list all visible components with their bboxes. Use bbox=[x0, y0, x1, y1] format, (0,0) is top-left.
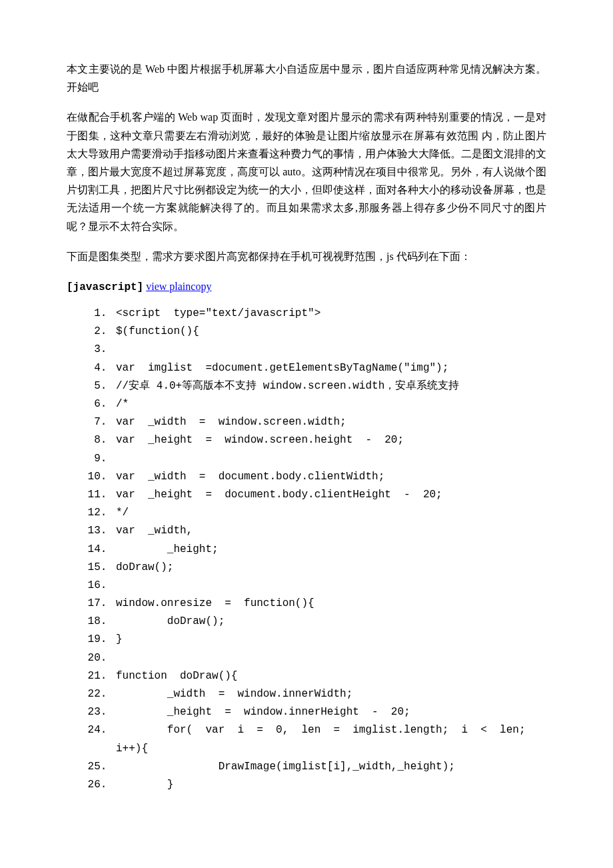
code-line: var _width = window.screen.width; bbox=[113, 413, 546, 431]
view-plain-link[interactable]: view plain bbox=[146, 281, 191, 292]
code-line: function doDraw(){ bbox=[113, 667, 546, 685]
lead-paragraph: 下面是图集类型，需求方要求图片高宽都保持在手机可视视野范围，js 代码列在下面： bbox=[67, 247, 546, 265]
code-line bbox=[113, 577, 546, 595]
code-line: /* bbox=[113, 395, 546, 413]
code-line: var _width = document.body.clientWidth; bbox=[113, 468, 546, 486]
code-line: doDraw(); bbox=[113, 613, 546, 631]
code-line: */ bbox=[113, 504, 546, 522]
code-line bbox=[113, 341, 546, 359]
code-line: <script type="text/javascript"> bbox=[113, 305, 546, 323]
code-line: } bbox=[113, 776, 546, 794]
code-line: var imglist =document.getElementsByTagNa… bbox=[113, 359, 546, 377]
code-line: _height = window.innerHeight - 20; bbox=[113, 703, 546, 721]
code-line: doDraw(); bbox=[113, 559, 546, 577]
code-line: window.onresize = function(){ bbox=[113, 595, 546, 613]
code-line: //安卓 4.0+等高版本不支持 window.screen.width，安卓系… bbox=[113, 377, 546, 395]
copy-link[interactable]: copy bbox=[191, 281, 211, 292]
code-line: for( var i = 0, len = imglist.length; i … bbox=[113, 721, 546, 757]
code-header: [javascript] view plaincopy bbox=[67, 277, 546, 297]
code-line: } bbox=[113, 631, 546, 649]
intro-paragraph: 本文主要说的是 Web 中图片根据手机屏幕大小自适应居中显示，图片自适应两种常见… bbox=[67, 60, 546, 96]
code-line: $(function(){ bbox=[113, 323, 546, 341]
code-line: DrawImage(imglist[i],_width,_height); bbox=[113, 758, 546, 776]
code-line bbox=[113, 649, 546, 667]
main-paragraph: 在做配合手机客户端的 Web wap 页面时，发现文章对图片显示的需求有两种特别… bbox=[67, 108, 546, 235]
code-line: _height; bbox=[113, 541, 546, 559]
code-listing: <script type="text/javascript"> $(functi… bbox=[67, 305, 546, 794]
code-line: var _height = document.body.clientHeight… bbox=[113, 486, 546, 504]
code-line: var _height = window.screen.height - 20; bbox=[113, 431, 546, 449]
code-line bbox=[113, 450, 546, 468]
code-language-label: [javascript] bbox=[67, 281, 143, 293]
code-line: _width = window.innerWidth; bbox=[113, 685, 546, 703]
code-line: var _width, bbox=[113, 522, 546, 540]
